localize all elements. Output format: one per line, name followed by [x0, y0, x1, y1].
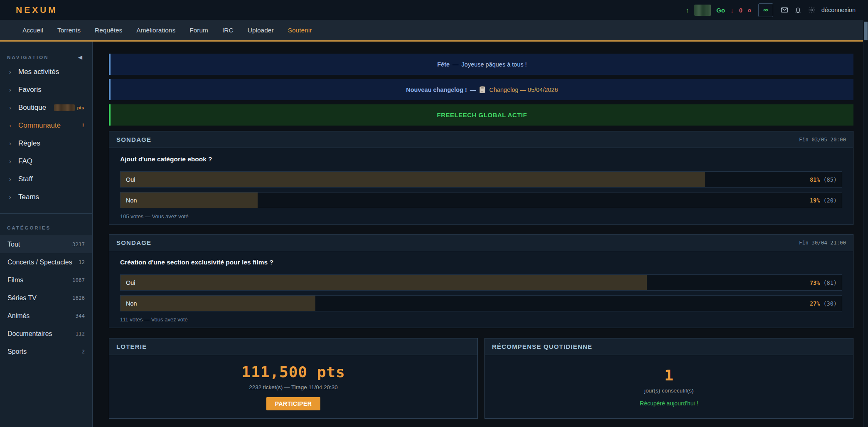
poll-panel-2: SONDAGE Fin 30/04 21:00 Création d'une s…: [109, 234, 853, 328]
category-series-tv[interactable]: Séries TV 1626: [0, 289, 92, 307]
points-value-redacted: [54, 104, 75, 111]
panel-title: SONDAGE: [116, 239, 151, 246]
chevron-right-icon: ›: [9, 158, 18, 165]
panel-title: RÉCOMPENSE QUOTIDIENNE: [492, 343, 592, 350]
poll-bar-fill: [120, 296, 315, 311]
main-content: Fête — Joyeuse pâques à tous ! Nouveau c…: [93, 42, 863, 427]
nav-item-accueil[interactable]: Accueil: [22, 27, 43, 34]
chevron-right-icon: ›: [9, 86, 18, 93]
sidebar-item-staff[interactable]: › Staff: [0, 170, 92, 188]
poll-option-oui: Oui 73% (81): [120, 274, 842, 291]
sidebar-item-boutique[interactable]: › Boutique pts: [0, 99, 92, 116]
poll-votes-summary: 111 votes — Vous avez voté: [120, 316, 842, 323]
upload-arrow-icon: ↑: [686, 7, 689, 14]
sidebar-item-mes-activites[interactable]: › Mes activités: [0, 63, 92, 81]
reward-claimed-status: Récupéré aujourd'hui !: [640, 400, 698, 407]
poll-bar-fill: [120, 172, 705, 187]
poll-count: (30): [823, 300, 837, 307]
category-sports[interactable]: Sports 2: [0, 343, 92, 360]
category-count: 344: [75, 313, 85, 319]
chevron-right-icon: ›: [9, 194, 18, 200]
gear-icon[interactable]: [808, 6, 816, 14]
chevron-right-icon: ›: [9, 104, 18, 111]
category-count: 3217: [72, 241, 85, 247]
download-unit: o: [748, 7, 751, 13]
poll-deadline: Fin 03/05 20:00: [799, 136, 846, 143]
upload-value-redacted: [694, 5, 711, 16]
points-unit: pts: [77, 105, 84, 110]
poll-deadline: Fin 30/04 21:00: [799, 239, 846, 246]
lottery-jackpot: 111,500 pts: [241, 363, 345, 380]
sidebar-item-teams[interactable]: › Teams: [0, 188, 92, 206]
category-count: 12: [79, 259, 85, 265]
categories-heading: CATÉGORIES: [7, 225, 51, 230]
poll-option-oui: Oui 81% (85): [120, 171, 842, 188]
mail-icon[interactable]: [780, 6, 789, 14]
sidebar-item-regles[interactable]: › Règles: [0, 134, 92, 152]
panel-title: LOTERIE: [116, 343, 147, 350]
category-documentaires[interactable]: Documentaires 112: [0, 325, 92, 343]
sidebar-nav-heading: NAVIGATION: [7, 55, 49, 60]
poll-bar-fill: [120, 275, 647, 290]
banner-fete: Fête — Joyeuse pâques à tous !: [109, 54, 853, 75]
nav-item-uploader[interactable]: Uploader: [248, 27, 274, 34]
nav-item-requetes[interactable]: Requêtes: [95, 27, 122, 34]
chevron-right-icon: ›: [9, 176, 18, 183]
clipboard-icon: [479, 86, 485, 93]
nav-item-torrents[interactable]: Torrents: [57, 27, 81, 34]
banner-changelog: Nouveau changelog ! — Changelog — 05/04/…: [109, 79, 853, 100]
category-count: 2: [81, 348, 85, 355]
page-scrollbar: [863, 20, 868, 427]
user-stats: ↑ Go ↓ 0 o ∞ déconnexion: [686, 3, 856, 17]
poll-percent: 27%: [810, 300, 820, 307]
poll-percent: 81%: [810, 176, 820, 183]
category-count: 112: [75, 331, 85, 337]
category-animes[interactable]: Animés 344: [0, 307, 92, 325]
category-films[interactable]: Films 1067: [0, 271, 92, 289]
poll-question: Ajout d'une catégorie ebook ?: [120, 155, 842, 163]
sidebar-collapse-icon[interactable]: ◀: [78, 54, 82, 60]
sidebar-item-faq[interactable]: › FAQ: [0, 152, 92, 170]
lottery-details: 2232 ticket(s) — Tirage 11/04 20:30: [249, 384, 338, 390]
download-arrow-icon: ↓: [730, 7, 734, 14]
nav-item-forum[interactable]: Forum: [189, 27, 208, 34]
alert-badge: !: [82, 122, 84, 128]
poll-option-non: Non 19% (20): [120, 192, 842, 208]
logout-link[interactable]: déconnexion: [821, 7, 856, 13]
sidebar-item-communaute[interactable]: › Communauté !: [0, 116, 92, 134]
category-count: 1626: [72, 295, 85, 301]
poll-percent: 73%: [810, 279, 820, 286]
nav-item-soutenir[interactable]: Soutenir: [288, 27, 312, 34]
changelog-link[interactable]: Changelog — 05/04/2026: [489, 86, 558, 93]
download-value: 0: [739, 7, 742, 14]
ratio-infinity-badge: ∞: [758, 3, 773, 17]
poll-count: (20): [823, 197, 837, 204]
scrollbar-thumb[interactable]: [864, 22, 868, 40]
main-nav: Accueil Torrents Requêtes Améliorations …: [0, 20, 868, 42]
streak-count: 1: [664, 367, 674, 384]
poll-bar-fill: [120, 193, 258, 208]
lottery-panel: LOTERIE 111,500 pts 2232 ticket(s) — Tir…: [109, 338, 478, 419]
nav-item-ameliorations[interactable]: Améliorations: [136, 27, 175, 34]
poll-panel-1: SONDAGE Fin 03/05 20:00 Ajout d'une caté…: [109, 131, 853, 225]
streak-label: jour(s) consécutif(s): [644, 388, 694, 394]
poll-votes-summary: 105 votes — Vous avez voté: [120, 213, 842, 220]
poll-percent: 19%: [810, 197, 820, 204]
chevron-right-icon: ›: [9, 69, 18, 75]
banner-freeleech: FREELEECH GLOBAL ACTIF: [109, 104, 853, 126]
site-logo[interactable]: NEXUM: [16, 5, 58, 15]
poll-count: (81): [823, 279, 837, 286]
poll-count: (85): [823, 176, 837, 183]
daily-reward-panel: RÉCOMPENSE QUOTIDIENNE 1 jour(s) consécu…: [484, 338, 853, 419]
poll-question: Création d'une section exclusivité pour …: [120, 259, 842, 266]
sidebar-item-favoris[interactable]: › Favoris: [0, 81, 92, 99]
bell-icon[interactable]: [794, 6, 802, 14]
panel-title: SONDAGE: [116, 136, 151, 143]
category-tout[interactable]: Tout 3217: [0, 235, 92, 253]
category-concerts-spectacles[interactable]: Concerts / Spectacles 12: [0, 253, 92, 271]
upload-unit: Go: [716, 7, 725, 14]
nav-item-irc[interactable]: IRC: [222, 27, 234, 34]
chevron-right-icon: ›: [9, 140, 18, 147]
participate-button[interactable]: PARTICIPER: [266, 397, 321, 410]
category-count: 1067: [72, 277, 85, 283]
